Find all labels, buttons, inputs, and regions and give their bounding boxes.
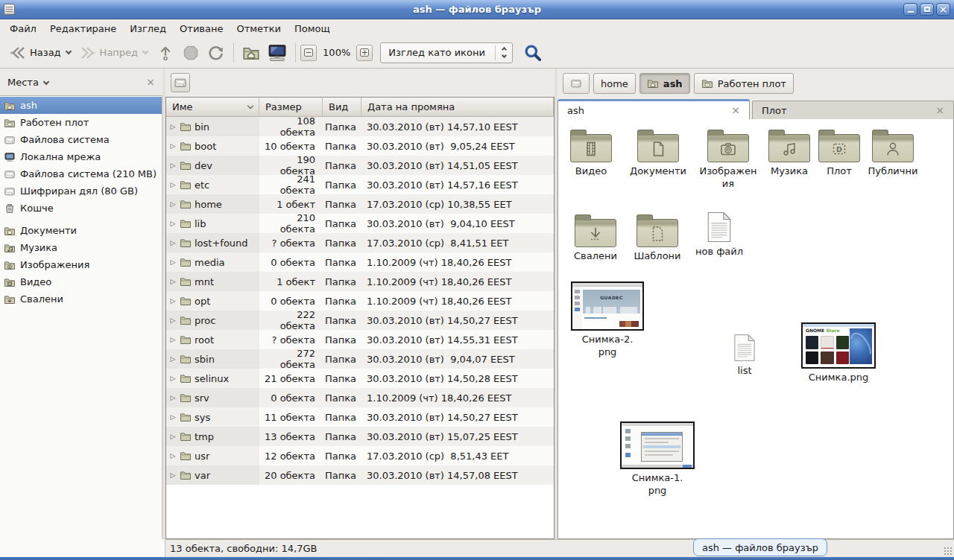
folder-public[interactable]: Публични	[862, 128, 923, 178]
file-icon-view[interactable]: Видео Документи Изображения Музика Плот	[557, 119, 954, 539]
tree-row[interactable]: ▷proc222 обектаПапка30.03.2010 (вт) 14,5…	[166, 311, 554, 330]
expander-icon[interactable]: ▷	[169, 375, 177, 382]
tree-row[interactable]: ▷root? обектаПапка30.03.2010 (вт) 14,55,…	[166, 330, 554, 349]
tree-row[interactable]: ▷selinux21 обектаПапка30.03.2010 (вт) 14…	[166, 369, 554, 388]
tree-row[interactable]: ▷etc241 обектаПапка30.03.2010 (вт) 14,57…	[166, 175, 554, 194]
expander-icon[interactable]: ▷	[169, 123, 177, 130]
sidebar-item[interactable]: Изображения	[0, 256, 162, 273]
title-bar[interactable]: ash — файлов браузър ×	[0, 0, 954, 19]
folder-desktop[interactable]: Плот	[814, 128, 865, 178]
forward-dropdown-icon[interactable]	[142, 48, 148, 54]
expander-icon[interactable]: ▷	[169, 394, 177, 401]
column-header-name[interactable]: Име	[166, 98, 259, 117]
tree-row[interactable]: ▷tmp13 обектаПапка30.03.2010 (вт) 15,07,…	[166, 427, 554, 446]
tab-ash[interactable]: ash ×	[557, 99, 750, 119]
expander-icon[interactable]: ▷	[169, 181, 177, 188]
sidebar-item[interactable]: Музика	[0, 239, 162, 256]
tree-row[interactable]: ▷mnt1 обектПапка1.10.2009 (чт) 18,40,26 …	[166, 272, 554, 291]
close-button[interactable]: ×	[936, 3, 950, 16]
sidebar-title[interactable]: Места	[7, 77, 39, 88]
expander-icon[interactable]: ▷	[169, 220, 177, 227]
expander-icon[interactable]: ▷	[169, 433, 177, 440]
search-button[interactable]	[522, 42, 544, 64]
sidebar-item[interactable]: Документи	[0, 222, 162, 239]
zoom-in-button[interactable]: +	[356, 45, 373, 61]
folder-documents[interactable]: Документи	[622, 128, 694, 178]
tree-row[interactable]: ▷sbin272 обектаПапка30.03.2010 (вт) 9,04…	[166, 349, 554, 369]
folder-music[interactable]: Музика	[761, 128, 818, 178]
tree-row[interactable]: ▷sys11 обектаПапка30.03.2010 (вт) 14,50,…	[166, 407, 554, 427]
tree-row[interactable]: ▷media0 обектаПапка1.10.2009 (чт) 18,40,…	[166, 252, 554, 272]
tree-row[interactable]: ▷dev190 обектаПапка30.03.2010 (вт) 14,51…	[166, 156, 554, 175]
sidebar-close-icon[interactable]: ×	[146, 77, 155, 87]
expander-icon[interactable]: ▷	[169, 200, 177, 208]
reload-button[interactable]	[203, 41, 229, 65]
tab-close-icon[interactable]: ×	[935, 105, 944, 115]
tree-row[interactable]: ▷home1 обектПапка17.03.2010 (ср) 10,38,5…	[166, 194, 554, 214]
sidebar-item[interactable]: Файлова система	[0, 131, 162, 148]
back-button[interactable]: Назад	[6, 42, 76, 64]
up-button[interactable]	[153, 41, 178, 65]
column-header-date[interactable]: Дата на промяна	[361, 98, 554, 117]
expander-icon[interactable]: ▷	[169, 316, 177, 324]
stop-button[interactable]	[178, 41, 203, 65]
expander-icon[interactable]: ▷	[169, 297, 177, 305]
tree-row[interactable]: ▷srv0 обектаПапка1.10.2009 (чт) 18,40,26…	[166, 388, 554, 407]
sidebar-item[interactable]: Работен плот	[0, 114, 162, 131]
menu-item[interactable]: Отиване	[173, 21, 230, 36]
file-snimka-1[interactable]: Снимка-1.png	[619, 421, 695, 497]
tab-plot[interactable]: Плот ×	[752, 101, 954, 119]
expander-icon[interactable]: ▷	[169, 355, 177, 363]
expander-icon[interactable]: ▷	[169, 336, 177, 343]
breadcrumb-home[interactable]: home	[593, 73, 636, 94]
file-snimka[interactable]: GNOME Store Снимка.png	[800, 322, 877, 384]
tree-row[interactable]: ▷lib210 обектаПапка30.03.2010 (вт) 9,04,…	[166, 214, 554, 233]
folder-video[interactable]: Видео	[563, 128, 619, 178]
expander-icon[interactable]: ▷	[169, 239, 177, 246]
file-new-file[interactable]: нов файл	[691, 211, 748, 258]
tree-root-button[interactable]	[171, 73, 190, 92]
sidebar-item[interactable]: ash	[0, 97, 162, 114]
column-header-size[interactable]: Размер	[259, 98, 323, 117]
expander-icon[interactable]: ▷	[169, 471, 177, 479]
sidebar-item[interactable]: Локална мрежа	[0, 148, 162, 165]
view-mode-dropdown[interactable]: Изглед като икони	[380, 42, 513, 63]
folder-templates[interactable]: Шаблони	[627, 213, 688, 263]
zoom-out-button[interactable]: −	[300, 45, 317, 61]
maximize-button[interactable]	[920, 3, 934, 16]
expander-icon[interactable]: ▷	[169, 452, 177, 459]
breadcrumb-ash[interactable]: ash	[639, 73, 690, 94]
folder-downloads[interactable]: Свалени	[567, 213, 624, 263]
sidebar-item[interactable]: Кошче	[0, 200, 162, 217]
breadcrumb-desktop[interactable]: Работен плот	[694, 73, 794, 94]
column-header-type[interactable]: Вид	[323, 98, 361, 117]
home-button[interactable]	[238, 41, 264, 65]
folder-pictures[interactable]: Изображения	[697, 128, 759, 191]
sidebar-item[interactable]: Шифриран дял (80 GB)	[0, 182, 162, 200]
tree-row[interactable]: ▷boot10 обектаПапка30.03.2010 (вт) 9,05,…	[166, 136, 554, 156]
expander-icon[interactable]: ▷	[169, 278, 177, 285]
sidebar-title-dropdown-icon[interactable]	[43, 78, 49, 84]
expander-icon[interactable]: ▷	[169, 258, 177, 266]
file-snimka-2[interactable]: GUADEC Снимка-2.png	[570, 281, 645, 359]
sidebar-item[interactable]: Свалени	[0, 290, 162, 308]
forward-button[interactable]: Напред	[76, 42, 153, 64]
minimize-button[interactable]	[903, 3, 917, 16]
menu-item[interactable]: Помощ	[288, 21, 337, 36]
tree-row[interactable]: ▷bin108 обектаПапка30.03.2010 (вт) 14,57…	[166, 117, 554, 136]
tab-close-icon[interactable]: ×	[731, 105, 740, 115]
tree-row[interactable]: ▷lost+found? обектаПапка17.03.2010 (ср) …	[166, 233, 554, 252]
expander-icon[interactable]: ▷	[169, 142, 177, 150]
tree-row[interactable]: ▷usr12 обектаПапка17.03.2010 (ср) 8,51,4…	[166, 446, 554, 465]
resize-grip[interactable]	[944, 547, 953, 556]
tree-row[interactable]: ▷var20 обектаПапка30.03.2010 (вт) 14,57,…	[166, 465, 554, 485]
menu-item[interactable]: Изглед	[123, 21, 173, 36]
tree-row[interactable]: ▷opt0 обектаПапка1.10.2009 (чт) 18,40,26…	[166, 291, 554, 311]
file-list[interactable]: list	[721, 334, 768, 378]
menu-item[interactable]: Редактиране	[43, 21, 123, 36]
sidebar-item[interactable]: Файлова система (210 MB)	[0, 165, 162, 182]
menu-item[interactable]: Отметки	[230, 21, 287, 36]
menu-item[interactable]: Файл	[3, 21, 43, 36]
sidebar-item[interactable]: Видео	[0, 273, 162, 290]
breadcrumb-root-button[interactable]	[563, 73, 590, 94]
